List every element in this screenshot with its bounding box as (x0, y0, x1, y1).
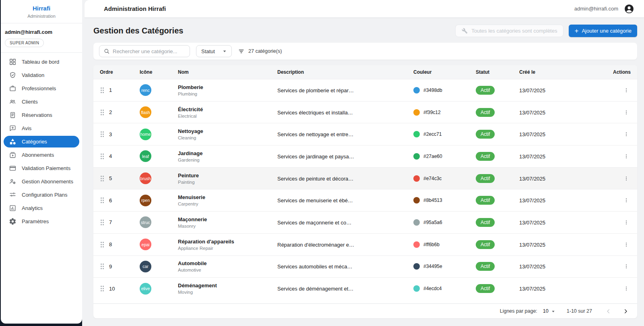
drag-handle-icon[interactable] (100, 285, 105, 292)
next-page-button[interactable] (621, 307, 630, 316)
sidebar-item-dashboard[interactable]: Tableau de bord (4, 56, 79, 68)
sidebar-item-credit-card[interactable]: Validation Paiements (4, 162, 79, 174)
category-name-en: Automotive (178, 268, 277, 272)
status-badge: Actif (476, 218, 495, 227)
category-name-en: Carpentry (178, 201, 277, 206)
category-name: Électricité (178, 106, 277, 112)
sidebar-item-people[interactable]: Clients (4, 96, 79, 108)
sidebar-item-label: Validation Paiements (22, 165, 70, 171)
drag-handle-icon[interactable] (100, 87, 105, 94)
status-select[interactable]: Statut (196, 45, 232, 57)
credit-card-icon (9, 164, 17, 172)
row-actions-menu-icon[interactable] (623, 175, 630, 182)
row-actions-menu-icon[interactable] (623, 263, 630, 270)
sidebar-header: Hirrafi Administration (1, 0, 82, 23)
category-icon (9, 138, 17, 145)
row-actions-menu-icon[interactable] (623, 197, 630, 204)
category-description: Services de peinture et décora… (277, 176, 353, 182)
rows-per-page-value: 10 (543, 308, 549, 314)
order-number: 9 (109, 264, 112, 270)
category-description: Services de plomberie et répar… (277, 87, 354, 93)
category-icon-avatar: elive (140, 283, 151, 295)
category-description: Services de maçonnerie et co… (277, 220, 351, 226)
drag-handle-icon[interactable] (100, 241, 105, 248)
sidebar-item-settings[interactable]: Paramètres (4, 216, 79, 227)
sidebar-item-label: Abonnements (22, 152, 54, 158)
category-name-en: Painting (178, 180, 277, 185)
category-name: Réparation d'appareils (178, 239, 277, 245)
rows-per-page-select[interactable]: 10 (543, 308, 556, 314)
category-name: Peinture (178, 172, 277, 179)
drag-handle-icon[interactable] (100, 153, 105, 160)
chevron-down-icon (221, 48, 228, 54)
row-actions-menu-icon[interactable] (623, 241, 630, 248)
category-name-en: Plumbing (178, 91, 277, 96)
category-count: 27 catégorie(s) (238, 48, 282, 55)
sidebar-item-label: Avis (22, 125, 31, 131)
sidebar-item-label: Configuration Plans (22, 192, 67, 198)
add-category-button[interactable]: + Ajouter une catégorie (569, 25, 637, 37)
sidebar-item-analytics[interactable]: Analytics (4, 202, 79, 214)
sidebar-item-tune[interactable]: Configuration Plans (4, 189, 79, 201)
color-dot (413, 241, 420, 248)
category-name-en: Electrical (178, 114, 277, 118)
sidebar-item-review[interactable]: Avis (4, 123, 79, 134)
column-header: Actions (602, 69, 637, 75)
column-header: Couleur (413, 69, 476, 75)
created-date: 13/07/2025 (519, 286, 545, 292)
row-actions-menu-icon[interactable] (623, 131, 630, 138)
search-input[interactable] (113, 48, 186, 54)
sidebar-item-shield-check[interactable]: Validation (4, 69, 79, 81)
sidebar-item-subscriptions[interactable]: Abonnements (4, 149, 79, 161)
all-categories-complete-button[interactable]: Toutes les catégories sont complètes (455, 25, 564, 37)
color-dot (413, 87, 420, 93)
column-header: Créé le (519, 69, 602, 75)
super-admin-badge: SUPER ADMIN (5, 39, 44, 47)
category-name-en: Moving (178, 290, 277, 295)
account-avatar-icon[interactable] (624, 4, 634, 14)
table-header-row: OrdreIcôneNomDescriptionCouleurStatutCré… (93, 65, 637, 79)
rows-per-page-label: Lignes par page: (500, 308, 537, 314)
sidebar-item-label: Tableau de bord (22, 59, 59, 65)
order-number: 7 (109, 219, 112, 225)
color-hex: #f39c12 (423, 110, 441, 115)
sidebar-nav: Tableau de bord Validation Professionnel… (1, 53, 82, 229)
chevron-right-icon (622, 308, 629, 315)
row-actions-menu-icon[interactable] (623, 109, 630, 116)
column-header: Nom (178, 69, 277, 75)
order-number: 10 (109, 286, 115, 292)
drag-handle-icon[interactable] (100, 197, 105, 204)
table-body: 1 renc Plomberie Plumbing Services de pl… (93, 79, 637, 299)
page-header: Gestion des Catégories Toutes les catégo… (93, 25, 637, 37)
main-area: Administration Hirrafi admin@hirrafi.com… (82, 0, 644, 326)
created-date: 13/07/2025 (519, 131, 545, 137)
color-hex: #95a5a6 (423, 220, 442, 225)
review-icon (9, 125, 17, 132)
add-button-label: Ajouter une catégorie (582, 28, 632, 34)
color-dot (413, 263, 420, 270)
row-actions-menu-icon[interactable] (623, 87, 630, 94)
filter-bar: Statut 27 catégorie(s) (93, 43, 637, 60)
table-row: 10 elive Déménagement Moving Services de… (93, 277, 637, 299)
row-actions-menu-icon[interactable] (623, 219, 630, 226)
drag-handle-icon[interactable] (100, 131, 105, 138)
app-logo-subtitle: Administration (4, 14, 79, 19)
row-actions-menu-icon[interactable] (623, 153, 630, 160)
status-badge: Actif (476, 284, 495, 293)
drag-handle-icon[interactable] (100, 219, 105, 226)
sidebar-item-manage-accounts[interactable]: Gestion Abonnements (4, 176, 79, 187)
created-date: 13/07/2025 (519, 87, 545, 93)
drag-handle-icon[interactable] (100, 109, 105, 116)
sidebar-item-category[interactable]: Catégories (4, 136, 79, 147)
sidebar-item-receipt[interactable]: Réservations (4, 109, 79, 121)
previous-page-button[interactable] (604, 307, 613, 316)
table-row: 1 renc Plomberie Plumbing Services de pl… (93, 79, 637, 101)
category-description: Services de déménagement et… (277, 286, 353, 292)
sidebar-item-briefcase[interactable]: Professionnels (4, 83, 79, 94)
drag-handle-icon[interactable] (100, 175, 105, 182)
drag-handle-icon[interactable] (100, 263, 105, 270)
color-dot (413, 153, 420, 160)
row-actions-menu-icon[interactable] (623, 285, 630, 292)
color-dot (413, 175, 420, 182)
order-number: 3 (109, 131, 112, 137)
